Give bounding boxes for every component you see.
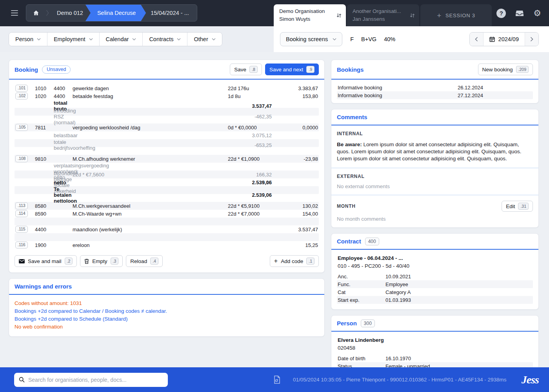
row-shortcut-badge: .113	[15, 202, 28, 210]
comments-panel: Comments INTERNAL Be aware: Lorem ipsum …	[331, 109, 539, 228]
row-shortcut-badge: .101	[15, 85, 28, 92]
row-amount: -23,98	[272, 156, 318, 162]
home-icon	[33, 10, 39, 16]
shortcut-badge: .3	[111, 258, 119, 265]
bookings-list: Informative booking 26.12.2024 Informati…	[331, 80, 538, 103]
bookings-list-panel: Bookings New booking .209 Informative bo…	[331, 60, 539, 103]
toolbar-menus: Person Employment Calendar Contr	[9, 32, 222, 46]
panel-title: Comments	[337, 114, 367, 120]
new-session-button[interactable]: + SESSION 3	[420, 4, 492, 26]
swap-session-icon[interactable]	[409, 13, 415, 18]
row-quantity: 1d 8u	[228, 93, 272, 99]
right-column: Bookings New booking .209 Informative bo…	[331, 60, 539, 392]
booking-list-item[interactable]: Informative booking 26.12.2024	[337, 83, 533, 91]
booking-table: .101 1010 4400 gewerkte dagen 22d 176u 3…	[9, 80, 324, 250]
row-amount: 2.539,06	[228, 180, 272, 185]
booking-list-item[interactable]: Informative booking 27.12.2024	[337, 91, 533, 99]
screen-select-area: Booking screens FB+VG40%	[280, 32, 395, 46]
booking-screens-select[interactable]: Booking screens	[280, 32, 342, 46]
add-code-button[interactable]: + Add code .1	[270, 255, 319, 267]
row-amount: 3.537,47	[228, 103, 272, 109]
chevron-down-icon	[37, 38, 41, 40]
trash-icon	[84, 259, 89, 264]
panel-title: Bookings	[337, 66, 364, 73]
booking-row: .115 4400 maandloon (werkelijk) 3.537,47	[15, 225, 319, 233]
booking-list-label: Informative booking	[338, 85, 458, 91]
contract-title-line: Employee - 06.04.2024 - ...	[338, 254, 532, 262]
save-and-next-button[interactable]: Save and next .9	[265, 64, 319, 75]
shortcut-badge: .4	[150, 258, 158, 265]
previous-period-button[interactable]	[470, 33, 483, 46]
gear-icon[interactable]: ⚙	[533, 9, 541, 18]
breadcrumb-home[interactable]	[26, 5, 46, 21]
toolbar-menu-button[interactable]: Other	[187, 33, 222, 46]
panel-title: Booking	[15, 66, 38, 73]
booking-list-date: 26.12.2024	[458, 85, 532, 91]
session-tab-inactive[interactable]: Another Organisati... Jan Janssens	[347, 4, 419, 26]
empty-button[interactable]: Empty .3	[80, 255, 123, 267]
wage-code: 1020	[35, 93, 54, 99]
row-label: M.Ch-Waarde wg+wn	[73, 211, 228, 217]
global-search	[14, 373, 168, 387]
edit-month-comment-button[interactable]: Edit .31	[502, 201, 533, 212]
wage-code: 7811	[35, 125, 54, 131]
cost-code: 4400	[54, 85, 73, 91]
attribute-label: Cat	[338, 289, 385, 295]
warning-item[interactable]: Bookings +2d compared to Schedule (Stand…	[15, 315, 319, 323]
contract-attribute-row: Cat Category A	[337, 288, 533, 296]
shortcut-badge: .9	[306, 66, 314, 73]
session-tab-active[interactable]: Demo Organisation Simon Wuyts	[274, 4, 346, 26]
help-icon[interactable]: ?	[496, 9, 506, 18]
warning-item[interactable]: Bookings +2d compared to Calendar / Book…	[15, 307, 319, 315]
attribute-label: Date of birth	[338, 356, 385, 361]
row-quantity: 22d 176u	[228, 85, 272, 91]
wage-code: 8590	[35, 211, 54, 217]
document-link-icon[interactable]	[274, 376, 280, 384]
wage-code: 1010	[35, 85, 54, 91]
status-flag: F	[350, 36, 354, 42]
breadcrumb-tab-organisation[interactable]: Demo 012	[49, 5, 91, 21]
warning-item[interactable]: Codes without amount: 1031	[15, 299, 319, 307]
new-booking-button[interactable]: New booking .209	[478, 64, 533, 75]
status-flag: 40%	[384, 36, 395, 42]
swap-session-icon[interactable]	[336, 13, 342, 18]
row-amount: 3.383,67	[272, 85, 318, 91]
row-amount: 130,02	[272, 203, 318, 209]
chevron-down-icon	[333, 38, 336, 40]
chevron-down-icon	[177, 38, 181, 40]
hamburger-menu-icon[interactable]	[11, 10, 18, 16]
wage-code: 9810	[35, 156, 54, 162]
toolbar-menu-button[interactable]: Employment	[47, 33, 100, 46]
breadcrumb-tab-person-active[interactable]: Selina Decruse	[85, 5, 146, 21]
booking-row: netto 2.539,06	[15, 178, 319, 186]
bottom-bar: 01/05/2024 10:35:05 - Pierre Thienpont -…	[0, 367, 549, 392]
row-label: netto	[54, 180, 73, 185]
booking-footer: Save and mail .2 Empty .3 Reload .4 + Ad…	[9, 250, 324, 272]
period-field[interactable]: 2024/09	[483, 33, 525, 46]
contract-detail-line: 010 - 495 - PC200 - 5d - 40/40	[338, 262, 532, 270]
toolbar-menu-button[interactable]: Person	[9, 33, 47, 46]
month-comments-section: MONTH Edit .31 No month comments	[331, 195, 538, 227]
main-content: Booking Unsaved Save .8 Save and next .9…	[0, 52, 549, 392]
shortcut-badge: .209	[516, 66, 529, 73]
search-input[interactable]	[28, 377, 163, 383]
external-comments-section: EXTERNAL No external comments	[331, 168, 538, 195]
attribute-value: 16.10.1970	[385, 356, 532, 361]
warning-item[interactable]: No web confirmation	[15, 323, 319, 331]
warnings-panel-header: Warnings and errors	[9, 279, 324, 295]
wage-code: 1900	[35, 242, 54, 248]
save-button[interactable]: Save .8	[230, 64, 262, 75]
row-label: maandloon (werkelijk)	[73, 227, 228, 232]
inbox-icon[interactable]	[515, 10, 524, 17]
reload-button[interactable]: Reload .4	[126, 255, 163, 267]
row-shortcut-badge: .116	[15, 241, 28, 249]
month-comment-empty: No month comments	[337, 216, 533, 222]
breadcrumb-tab-period[interactable]: 15/04/2024 - ...	[146, 5, 197, 21]
next-period-button[interactable]	[525, 33, 538, 46]
save-and-mail-button[interactable]: Save and mail .2	[15, 255, 77, 267]
toolbar-menu-button[interactable]: Calendar	[100, 33, 143, 46]
booking-row: Te betalen nettoloon 2.539,06	[15, 186, 319, 194]
wage-code: 8580	[35, 203, 54, 209]
unsaved-badge: Unsaved	[42, 65, 71, 74]
toolbar-menu-button[interactable]: Contracts	[143, 33, 187, 46]
